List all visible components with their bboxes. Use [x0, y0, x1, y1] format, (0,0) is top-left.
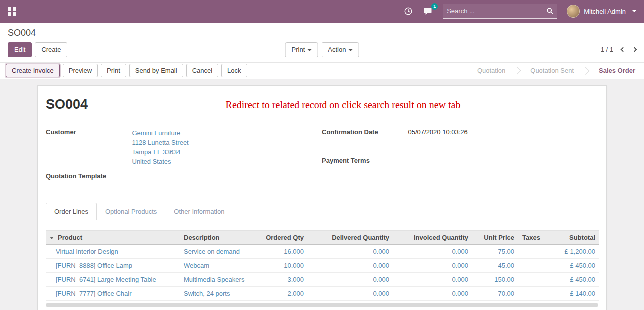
record-title: SO004: [46, 97, 88, 112]
pager-previous-icon[interactable]: [621, 48, 626, 52]
table-header-row: Product Description Ordered Qty Delivere…: [46, 230, 599, 244]
search-input[interactable]: [446, 7, 546, 16]
product-link[interactable]: Virtual Interior Design: [56, 248, 118, 256]
product-link[interactable]: [FURN_6741] Large Meeting Table: [56, 276, 156, 284]
pager: 1 / 1: [601, 46, 636, 54]
description-link[interactable]: Switch, 24 ports: [184, 290, 230, 298]
send-by-email-button[interactable]: Send by Email: [129, 64, 183, 78]
taxes-cell: [518, 272, 553, 286]
form-view: SO004 Redirect to related record on clic…: [0, 80, 644, 310]
table-row[interactable]: [FURN_6741] Large Meeting Table Multimed…: [46, 272, 599, 286]
annotation-text: Redirect to related record on click sear…: [88, 97, 598, 111]
unit-price-cell: 70.00: [472, 286, 518, 300]
delivered-qty-cell: 0.000: [308, 244, 393, 258]
tab-order-lines[interactable]: Order Lines: [46, 203, 97, 220]
unit-price-cell: 75.00: [472, 244, 518, 258]
column-header-delivered-quantity[interactable]: Delivered Quantity: [308, 230, 393, 244]
column-header-product-label: Product: [58, 234, 82, 242]
delivered-qty-cell: 0.000: [308, 272, 393, 286]
column-header-invoiced-quantity[interactable]: Invoiced Quantity: [393, 230, 472, 244]
statusbar: Create Invoice Preview Print Send by Ema…: [0, 62, 644, 80]
print-menu-label: Print: [292, 46, 305, 54]
pager-value[interactable]: 1 / 1: [601, 46, 613, 54]
description-link[interactable]: Multimedia Speakers: [184, 276, 244, 284]
tab-other-information[interactable]: Other Information: [165, 203, 233, 220]
table-row[interactable]: [FURN_8888] Office Lamp Webcam 10.000 0.…: [46, 258, 599, 272]
create-invoice-button[interactable]: Create Invoice: [6, 64, 60, 78]
action-menu-button[interactable]: Action: [322, 42, 359, 58]
customer-label: Customer: [46, 128, 125, 172]
taxes-cell: [518, 258, 553, 272]
tab-optional-products[interactable]: Optional Products: [97, 203, 165, 220]
payment-terms-value[interactable]: [401, 156, 598, 185]
subtotal-cell: £ 450.00: [553, 272, 599, 286]
lock-button[interactable]: Lock: [221, 64, 247, 78]
user-menu[interactable]: Mitchell Admin: [567, 5, 636, 18]
action-menu-label: Action: [328, 46, 346, 54]
user-avatar: [567, 5, 580, 18]
customer-street[interactable]: 1128 Lunetta Street: [132, 138, 322, 148]
pager-next-icon[interactable]: [632, 48, 637, 52]
product-link[interactable]: [FURN_8888] Office Lamp: [56, 262, 132, 270]
delivered-qty-cell: 0.000: [308, 286, 393, 300]
customer-city[interactable]: Tampa FL 33634: [132, 148, 322, 157]
column-header-product[interactable]: Product: [46, 230, 180, 244]
preview-button[interactable]: Preview: [63, 64, 98, 78]
column-header-subtotal[interactable]: Subtotal: [553, 230, 599, 244]
edit-button[interactable]: Edit: [8, 42, 32, 58]
global-search: [443, 4, 557, 19]
chevron-down-icon: [307, 50, 311, 52]
ordered-qty-cell: 2.000: [258, 286, 308, 300]
print-menu-button[interactable]: Print: [285, 42, 318, 58]
chevron-down-icon: [348, 50, 352, 52]
ordered-qty-cell: 10.000: [258, 258, 308, 272]
description-link[interactable]: Service on demand: [184, 248, 240, 256]
subtotal-cell: £ 140.00: [553, 286, 599, 300]
apps-menu-icon[interactable]: [8, 8, 16, 16]
cancel-button[interactable]: Cancel: [186, 64, 218, 78]
subtotal-cell: £ 450.00: [553, 258, 599, 272]
taxes-cell: [518, 244, 553, 258]
subtotal-cell: £ 1,200.00: [553, 244, 599, 258]
notebook-tabs: Order Lines Optional Products Other Info…: [46, 203, 598, 220]
description-link[interactable]: Webcam: [184, 262, 209, 270]
top-navbar: 1 Mitchell Admin: [0, 0, 644, 23]
ordered-qty-cell: 3.000: [258, 272, 308, 286]
taxes-cell: [518, 286, 553, 300]
state-quotation-sent[interactable]: Quotation Sent: [521, 63, 583, 79]
user-name: Mitchell Admin: [584, 8, 626, 16]
customer-country[interactable]: United States: [132, 157, 322, 166]
column-header-taxes[interactable]: Taxes: [518, 230, 553, 244]
column-header-unit-price[interactable]: Unit Price: [472, 230, 518, 244]
state-sales-order[interactable]: Sales Order: [590, 63, 644, 79]
customer-link[interactable]: Gemini Furniture: [132, 128, 322, 138]
quotation-template-label: Quotation Template: [46, 172, 125, 185]
table-row[interactable]: [FURN_7777] Office Chair Switch, 24 port…: [46, 286, 599, 300]
messages-chat-icon[interactable]: 1: [423, 7, 433, 16]
control-panel: SO004 Edit Create Print Action 1 / 1: [0, 23, 644, 62]
column-header-ordered-qty[interactable]: Ordered Qty: [258, 230, 308, 244]
create-button[interactable]: Create: [35, 42, 67, 58]
status-pipeline: Quotation Quotation Sent Sales Order: [468, 63, 644, 79]
state-quotation[interactable]: Quotation: [468, 63, 514, 79]
confirmation-date-value: 05/07/2020 10:03:26: [401, 128, 598, 156]
print-button[interactable]: Print: [101, 64, 126, 78]
quotation-template-value[interactable]: [125, 172, 322, 185]
activities-clock-icon[interactable]: [404, 7, 413, 16]
unit-price-cell: 45.00: [472, 258, 518, 272]
order-lines-table: Product Description Ordered Qty Delivere…: [46, 230, 599, 301]
search-magnifier-icon[interactable]: [546, 8, 554, 15]
column-header-description[interactable]: Description: [180, 230, 258, 244]
invoiced-qty-cell: 0.000: [393, 244, 472, 258]
invoiced-qty-cell: 0.000: [393, 272, 472, 286]
sort-desc-icon: [50, 237, 54, 240]
chevron-separator-icon: [514, 63, 521, 79]
table-row[interactable]: Virtual Interior Design Service on deman…: [46, 244, 599, 258]
breadcrumb: SO004: [8, 28, 36, 38]
product-link[interactable]: [FURN_7777] Office Chair: [56, 290, 132, 298]
chevron-down-icon: [632, 10, 636, 12]
horizontal-scrollbar[interactable]: [46, 304, 598, 307]
invoiced-qty-cell: 0.000: [393, 286, 472, 300]
invoiced-qty-cell: 0.000: [393, 258, 472, 272]
ordered-qty-cell: 16.000: [258, 244, 308, 258]
